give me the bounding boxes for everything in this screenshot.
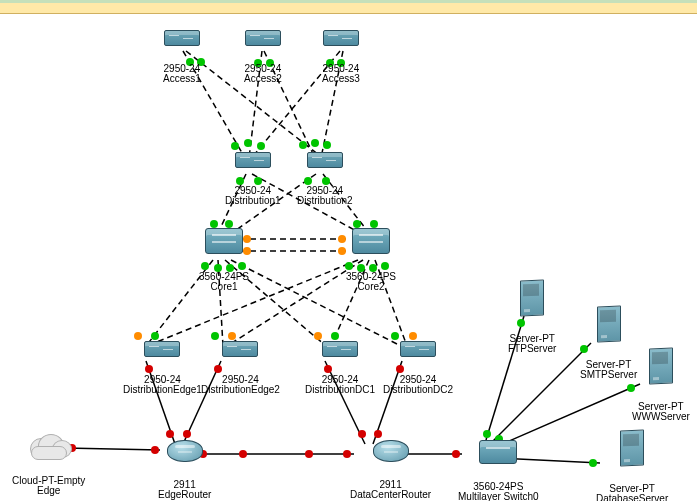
multilayer-switch-icon — [205, 228, 243, 254]
toolbar-strip — [0, 3, 697, 14]
device-access1[interactable]: 2950-24Access1 — [163, 30, 201, 104]
switch-icon — [144, 341, 180, 357]
svg-point-50 — [370, 220, 378, 228]
device-label: 3560-24PSCore2 — [346, 252, 396, 312]
device-distribution-dc1[interactable]: 2950-24DistributionDC1 — [305, 341, 375, 415]
device-database-server[interactable]: Server-PTDatabaseServer — [596, 430, 668, 501]
svg-point-42 — [323, 141, 331, 149]
svg-point-54 — [338, 247, 346, 255]
router-icon — [167, 440, 203, 462]
device-distribution2[interactable]: 2950-24Distribution2 — [297, 152, 353, 226]
device-label: 3560-24PSMultilayer Switch0 — [458, 462, 539, 501]
svg-line-14 — [152, 260, 358, 344]
device-cloud-edge[interactable]: Cloud-PT-EmptyEdge — [12, 434, 85, 501]
device-smtp-server[interactable]: Server-PTSMTPServer — [580, 306, 637, 400]
device-label: 2950-24DistributionEdge1 — [123, 355, 202, 415]
device-label: Server-PTFTPServer — [508, 314, 556, 374]
svg-point-81 — [374, 430, 382, 438]
svg-point-65 — [211, 332, 219, 340]
svg-point-38 — [244, 139, 252, 147]
svg-point-69 — [391, 332, 399, 340]
svg-point-70 — [409, 332, 417, 340]
device-distribution1[interactable]: 2950-24Distribution1 — [225, 152, 281, 226]
svg-point-76 — [183, 430, 191, 438]
cloud-icon — [26, 434, 72, 458]
switch-icon — [164, 30, 200, 46]
svg-point-68 — [331, 332, 339, 340]
server-icon — [620, 430, 644, 467]
svg-point-94 — [305, 450, 313, 458]
device-label: 2950-24Access1 — [163, 44, 201, 104]
svg-point-80 — [358, 430, 366, 438]
device-access3[interactable]: 2950-24Access3 — [322, 30, 360, 104]
device-ftp-server[interactable]: Server-PTFTPServer — [508, 280, 556, 374]
device-label: 2950-24DistributionDC1 — [305, 355, 375, 415]
switch-icon — [222, 341, 258, 357]
svg-point-85 — [483, 430, 491, 438]
device-label: 3560-24PSCore1 — [199, 252, 249, 312]
device-label: 2950-24DistributionEdge2 — [201, 355, 280, 415]
device-distribution-edge1[interactable]: 2950-24DistributionEdge1 — [123, 341, 202, 415]
svg-point-93 — [239, 450, 247, 458]
svg-point-67 — [314, 332, 322, 340]
device-access2[interactable]: 2950-24Access2 — [244, 30, 282, 104]
switch-icon — [322, 341, 358, 357]
server-icon — [649, 348, 673, 385]
svg-point-37 — [231, 142, 239, 150]
svg-point-40 — [299, 141, 307, 149]
device-multilayer-switch0[interactable]: 3560-24PSMultilayer Switch0 — [458, 440, 539, 501]
device-distribution-dc2[interactable]: 2950-24DistributionDC2 — [383, 341, 453, 415]
device-label: 2911EdgeRouter — [158, 460, 211, 501]
svg-point-49 — [353, 220, 361, 228]
server-icon — [597, 306, 621, 343]
device-datacenter-router[interactable]: 2911DataCenterRouter — [350, 440, 431, 501]
device-label: Server-PTSMTPServer — [580, 340, 637, 400]
switch-icon — [307, 152, 343, 168]
router-icon — [373, 440, 409, 462]
svg-point-66 — [228, 332, 236, 340]
device-www-server[interactable]: Server-PTWWWServer — [632, 348, 690, 442]
svg-point-53 — [338, 235, 346, 243]
svg-point-39 — [257, 142, 265, 150]
switch-icon — [400, 341, 436, 357]
device-core2[interactable]: 3560-24PSCore2 — [346, 228, 396, 312]
device-label: Cloud-PT-EmptyEdge — [12, 456, 85, 501]
device-label: 2911DataCenterRouter — [350, 460, 431, 501]
device-label: 2950-24DistributionDC2 — [383, 355, 453, 415]
device-distribution-edge2[interactable]: 2950-24DistributionEdge2 — [201, 341, 280, 415]
topology-canvas[interactable]: 2950-24Access1 2950-24Access2 2950-24Acc… — [0, 14, 697, 501]
switch-icon — [323, 30, 359, 46]
svg-point-63 — [134, 332, 142, 340]
svg-point-47 — [210, 220, 218, 228]
multilayer-switch-icon — [479, 440, 517, 464]
server-icon — [520, 280, 544, 317]
device-label: 2950-24Access2 — [244, 44, 282, 104]
switch-icon — [235, 152, 271, 168]
svg-point-64 — [151, 332, 159, 340]
device-label: 2950-24Distribution1 — [225, 166, 281, 226]
device-edge-router[interactable]: 2911EdgeRouter — [158, 440, 211, 501]
device-label: 2950-24Distribution2 — [297, 166, 353, 226]
device-core1[interactable]: 3560-24PSCore1 — [199, 228, 249, 312]
switch-icon — [245, 30, 281, 46]
svg-point-75 — [166, 430, 174, 438]
device-label: Server-PTDatabaseServer — [596, 464, 668, 501]
svg-point-41 — [311, 139, 319, 147]
multilayer-switch-icon — [352, 228, 390, 254]
device-label: 2950-24Access3 — [322, 44, 360, 104]
